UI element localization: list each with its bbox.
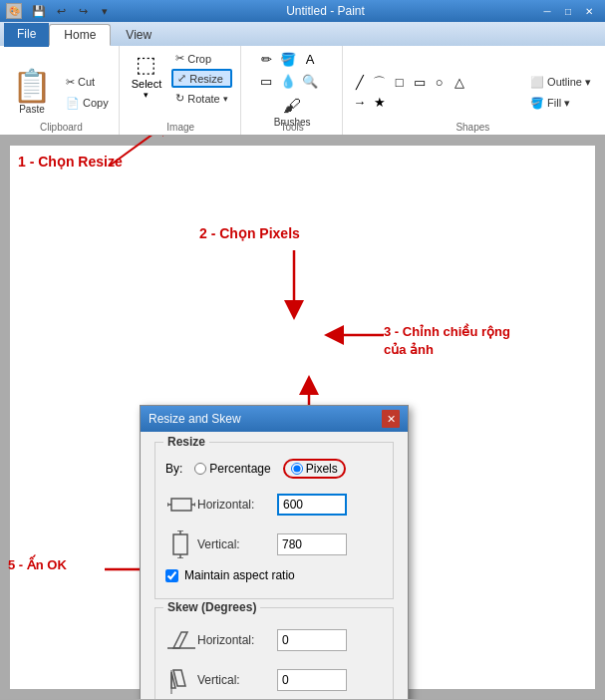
vertical-row: Vertical: [165,528,383,560]
annotation-step1: 1 - Chọn Resize [18,154,123,170]
skew-section: Skew (Degrees) Horizontal: [154,607,394,699]
resize-skew-dialog: Resize and Skew ✕ Resize By: Percentage … [140,405,409,699]
window-controls: ─ □ ✕ [537,3,599,19]
annotation-step2: 2 - Chọn Pixels [199,225,300,241]
vertical-field-label: Vertical: [197,537,277,551]
undo-quick-btn[interactable]: ↩ [52,2,70,20]
image-label: Image [122,122,240,133]
skew-vertical-icon [165,664,197,696]
paste-icon: 📋 [12,70,52,102]
percentage-label: Percentage [209,462,270,476]
resize-icon: ⤢ [177,72,186,85]
select-arrow: ▾ [144,90,149,100]
maintain-ratio-checkbox[interactable] [165,569,178,582]
svg-rect-0 [171,499,191,511]
maximize-btn[interactable]: □ [558,3,578,19]
resize-button[interactable]: ⤢ Resize [171,69,231,88]
magnify-tool[interactable]: 🔍 [301,72,319,90]
skew-h-label: Horizontal: [197,633,277,647]
skew-vertical-row: Vertical: [165,664,383,696]
text-tool[interactable]: A [301,50,319,68]
svg-rect-5 [173,534,187,554]
skew-section-label: Skew (Degrees) [163,600,260,614]
resize-section: Resize By: Percentage Pixels [154,442,394,599]
select-label: Select [132,78,162,90]
skew-horizontal-input[interactable] [277,629,347,651]
percentage-radio-label[interactable]: Percentage [194,462,270,476]
rect-shape[interactable]: □ [391,74,409,92]
close-btn[interactable]: ✕ [579,3,599,19]
paste-label: Paste [19,104,45,115]
triangle-shape[interactable]: △ [451,74,468,92]
copy-icon: 📄 [66,97,80,110]
paste-button[interactable]: 📋 Paste [10,68,54,117]
cut-button[interactable]: ✂ Cut [62,74,113,91]
tab-home[interactable]: Home [49,24,111,46]
tab-file[interactable]: File [4,23,49,47]
clipboard-label: Clipboard [4,122,119,133]
resize-section-label: Resize [163,435,209,449]
shapes-group: ╱ ⌒ □ ▭ ○ △ → ★ ⬜ Outline ▾ 🪣 Fill ▾ [345,46,601,135]
annotation-step3: 3 - Chỉnh chiều rộng của ảnh [384,323,510,359]
curve-shape[interactable]: ⌒ [371,74,389,92]
arrow-shape[interactable]: → [351,94,369,112]
save-quick-btn[interactable]: 💾 [30,2,48,20]
app-icon: 🎨 [6,3,22,19]
dropdown-quick-btn[interactable]: ▾ [96,2,114,20]
percentage-radio[interactable] [194,463,206,475]
outline-button[interactable]: ⬜ Outline ▾ [526,74,595,91]
maintain-ratio-label: Maintain aspect ratio [184,568,295,582]
svg-marker-10 [173,632,187,648]
image-group: ⬚ Select ▾ ✂ Crop ⤢ Resize ↻ Rotate ▾ [122,46,241,135]
pixels-radio[interactable] [291,463,303,475]
cut-icon: ✂ [66,76,75,89]
window-title: Untitled - Paint [114,4,537,18]
fill-button[interactable]: 🪣 Fill ▾ [526,95,595,112]
dialog-close-btn[interactable]: ✕ [382,410,400,428]
skew-v-label: Vertical: [197,673,277,687]
copy-button[interactable]: 📄 Copy [62,95,113,112]
outline-icon: ⬜ [530,76,544,89]
title-bar: 🎨 💾 ↩ ↪ ▾ Untitled - Paint ─ □ ✕ [0,0,605,22]
ribbon: 📋 Paste ✂ Cut 📄 Copy Clipboard ⬚ Select [0,46,605,136]
ribbon-tabs: File Home View [0,22,605,46]
skew-horizontal-icon [165,624,197,656]
pixels-label: Pixels [306,462,338,476]
skew-vertical-input[interactable] [277,669,347,691]
rotate-button[interactable]: ↻ Rotate ▾ [171,90,231,107]
star-shape[interactable]: ★ [371,94,389,112]
ellipse-shape[interactable]: ○ [431,74,449,92]
canvas-area: 1 - Chọn Resize 2 - Chọn Pixels 3 - Chỉn… [0,136,605,699]
dialog-title: Resize and Skew [149,412,241,426]
annotation-step5: 5 - Ấn OK [8,557,67,572]
vertical-input[interactable] [277,533,347,555]
maintain-ratio-row: Maintain aspect ratio [165,568,383,582]
fill-tool[interactable]: 🪣 [279,50,297,68]
svg-marker-14 [173,670,185,686]
fill-label: Fill ▾ [547,97,570,110]
line-shape[interactable]: ╱ [351,74,369,92]
dialog-body: Resize By: Percentage Pixels [141,432,408,699]
horizontal-row: Horizontal: [165,489,383,521]
crop-icon: ✂ [175,52,184,65]
crop-resize-group: ✂ Crop ⤢ Resize ↻ Rotate ▾ [171,50,231,107]
crop-button[interactable]: ✂ Crop [171,50,231,67]
rotate-arrow: ▾ [223,94,228,104]
pencil-tool[interactable]: ✏ [257,50,275,68]
by-row: By: Percentage Pixels [165,459,383,479]
outline-label: Outline ▾ [547,76,591,89]
eraser-tool[interactable]: ▭ [257,72,275,90]
rotate-icon: ↻ [175,92,184,105]
eyedrop-tool[interactable]: 💧 [279,72,297,90]
brushes-icon: 🖌 [283,96,301,117]
copy-label: Copy [83,97,109,109]
pixels-option: Pixels [283,459,346,479]
redo-quick-btn[interactable]: ↪ [74,2,92,20]
select-button[interactable]: ⬚ Select ▾ [130,50,164,102]
tab-view[interactable]: View [111,24,166,46]
dialog-titlebar: Resize and Skew ✕ [141,406,408,432]
horizontal-input[interactable] [277,494,347,516]
rounded-rect-shape[interactable]: ▭ [411,74,429,92]
horizontal-field-label: Horizontal: [197,498,277,512]
minimize-btn[interactable]: ─ [537,3,557,19]
